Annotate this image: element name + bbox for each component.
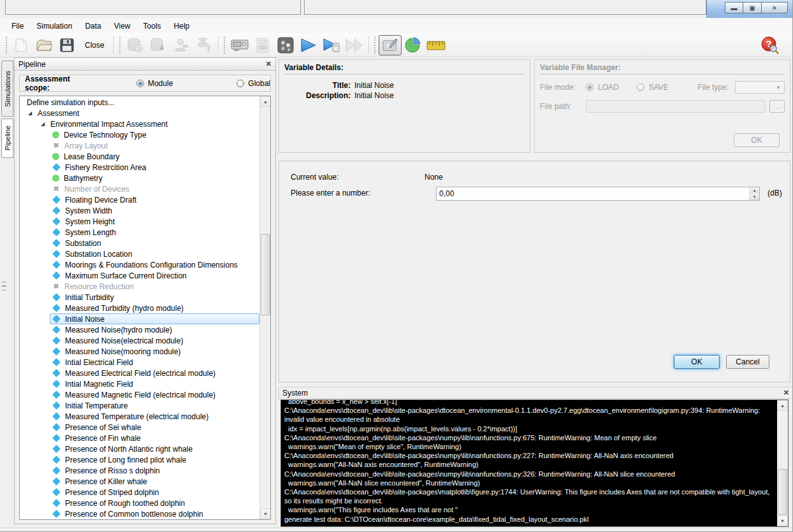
tree-item[interactable]: Intial Magnetic Field — [20, 378, 259, 389]
menu-view[interactable]: View — [108, 20, 137, 32]
close-window-button[interactable]: ✕ — [762, 2, 788, 13]
splitter-grip[interactable] — [2, 282, 6, 291]
tree-item[interactable]: Presence of Sei whale — [20, 422, 259, 433]
tree-item[interactable]: Presence of Striped dolphin — [20, 487, 259, 498]
tree-item-label: Define simulation inputs... — [27, 98, 114, 107]
tree-item[interactable]: Fishery Restrcition Area — [20, 162, 259, 173]
top-window-fragments: ▬ ▣ ✕ — [0, 0, 793, 18]
pie-chart-icon[interactable] — [402, 35, 425, 55]
tab-pipeline[interactable]: Pipeline — [1, 119, 13, 158]
tree-item[interactable]: Maximum Surface Current Direction — [20, 270, 259, 281]
menu-simulation[interactable]: Simulation — [30, 20, 78, 32]
scroll-up-icon[interactable]: ▲ — [777, 400, 788, 411]
scroll-down-icon[interactable]: ▼ — [777, 515, 788, 526]
ruler-icon[interactable] — [425, 35, 447, 55]
tree-item[interactable]: Substation — [20, 238, 259, 248]
menu-file[interactable]: File — [5, 20, 30, 32]
tree-item[interactable]: Presence of Long finned pilot whale — [20, 454, 259, 465]
scope-option-module[interactable]: Module — [136, 79, 173, 88]
tree-item[interactable]: System Width — [20, 205, 259, 216]
maximize-button[interactable]: ▣ — [743, 2, 762, 13]
run-calc-icon[interactable] — [320, 35, 343, 55]
console-scrollbar-thumb[interactable] — [778, 469, 787, 515]
tree-item[interactable]: Initial Noise — [20, 313, 259, 324]
system-close-icon[interactable]: ✕ — [783, 389, 789, 396]
tree-item[interactable]: Presence of S — [20, 519, 259, 520]
system-panel-header: System ✕ — [279, 387, 793, 399]
tab-simulations[interactable]: Simulations — [1, 61, 13, 117]
tree-item-label: Assessment — [38, 109, 79, 118]
console-scrollbar[interactable]: ▲ ▼ — [777, 400, 788, 526]
system-console: above_bounds = x_new > self.x[-1]C:\Anac… — [280, 399, 789, 527]
tree-item-label: Measured Noise(hydro module) — [65, 326, 172, 334]
tree-item[interactable]: ✖Array Layout — [20, 140, 259, 151]
tree-item[interactable]: Intial Electrical Field — [20, 357, 259, 368]
expander-icon[interactable]: ◢ — [40, 121, 46, 127]
tree-item[interactable]: Floating Device Draft — [20, 194, 259, 205]
tree-item[interactable]: System Height — [20, 216, 259, 227]
unit-label: (dB) — [768, 189, 782, 198]
tree-item[interactable]: Measured Turbidity (hydro module) — [20, 303, 259, 313]
circle-green-icon — [52, 131, 59, 138]
tree-item[interactable]: Measured Temperature (electrical module) — [20, 411, 259, 422]
tree-item[interactable]: System Length — [20, 227, 259, 238]
soundcard-icon[interactable] — [228, 35, 251, 55]
cancel-button[interactable]: Cancel — [726, 355, 769, 369]
tree-item[interactable]: ◢Assessment — [20, 108, 259, 119]
pipeline-close-icon[interactable]: ✕ — [266, 61, 272, 68]
panel-icon[interactable] — [274, 35, 297, 55]
toolbar-separator — [218, 36, 219, 54]
global-radio[interactable] — [236, 80, 244, 87]
tree-item[interactable]: Measured Electrical Field (electrical mo… — [20, 368, 259, 378]
tree-item[interactable]: Presence of North Atlantic right whale — [20, 443, 259, 454]
menu-data[interactable]: Data — [78, 20, 107, 32]
tree-item[interactable]: ✖Number of Devices — [20, 183, 259, 194]
open-folder-icon[interactable] — [33, 35, 55, 55]
scroll-down-icon[interactable]: ▼ — [260, 508, 271, 519]
save-icon[interactable] — [55, 35, 78, 55]
diamond-blue-icon — [52, 391, 61, 399]
spin-down-icon[interactable]: ▼ — [750, 194, 759, 200]
tree-item[interactable]: Presence of Risso s dolphin — [20, 465, 259, 476]
tree-item[interactable]: Device Technology Type — [20, 129, 259, 140]
number-input[interactable] — [437, 187, 749, 200]
spin-up-icon[interactable]: ▲ — [750, 187, 759, 194]
tree-item[interactable]: Measured Noise(mooring module) — [20, 346, 259, 357]
close-project-button[interactable]: Close — [78, 35, 111, 55]
tree-item[interactable]: Presence of Fin whale — [20, 433, 259, 443]
scope-option-global[interactable]: Global — [236, 79, 270, 88]
save-radio — [637, 83, 644, 91]
tree-item[interactable]: Measured Noise(hydro module) — [20, 324, 259, 335]
tree-item[interactable]: Initial Turbidity — [20, 292, 259, 303]
tree-item[interactable]: Define simulation inputs... — [20, 97, 259, 108]
tree-item[interactable]: Presence of Rough toothed dolphin — [20, 498, 259, 508]
tree-scrollbar-thumb[interactable] — [261, 234, 270, 315]
tree-scrollbar[interactable]: ▲ ▼ — [259, 96, 270, 519]
diamond-blue-icon — [52, 510, 61, 518]
description-value: Initial Noise — [354, 91, 530, 100]
tree-item[interactable]: Presence of Killer whale — [20, 476, 259, 487]
tree-item[interactable]: Substation Location — [20, 248, 259, 259]
run-icon[interactable] — [297, 35, 320, 55]
module-radio[interactable] — [136, 80, 144, 87]
minimize-button[interactable]: ▬ — [725, 2, 743, 13]
tree-item[interactable]: ◢Environmental Impact Assessment — [20, 119, 259, 129]
menu-help[interactable]: Help — [168, 20, 196, 32]
tree-item[interactable]: Lease Boundary — [20, 151, 259, 162]
menu-tools[interactable]: Tools — [137, 20, 168, 32]
file-manager-ok-button: OK — [734, 133, 780, 147]
file-path-field — [586, 100, 766, 113]
current-value: None — [425, 173, 443, 182]
tree-item[interactable]: ✖Resource Reduction — [20, 281, 259, 292]
scroll-up-icon[interactable]: ▲ — [260, 96, 271, 107]
ok-button[interactable]: OK — [674, 355, 720, 369]
help-icon[interactable]: ? — [759, 35, 782, 55]
tree-item[interactable]: Initial Temperature — [20, 400, 259, 411]
tree-item[interactable]: Moorings & Foundations Configuration Dim… — [20, 259, 259, 270]
tree-item[interactable]: Measured Noise(electrical module) — [20, 335, 259, 346]
tree-item[interactable]: Presence of Common bottlenose dolphin — [20, 508, 259, 519]
expander-icon[interactable]: ◢ — [27, 110, 33, 116]
tablet-pen-icon[interactable] — [379, 35, 402, 55]
tree-item[interactable]: Bathymetry — [20, 173, 259, 183]
tree-item[interactable]: Measured Magnetic Field (electrical modu… — [20, 389, 259, 400]
